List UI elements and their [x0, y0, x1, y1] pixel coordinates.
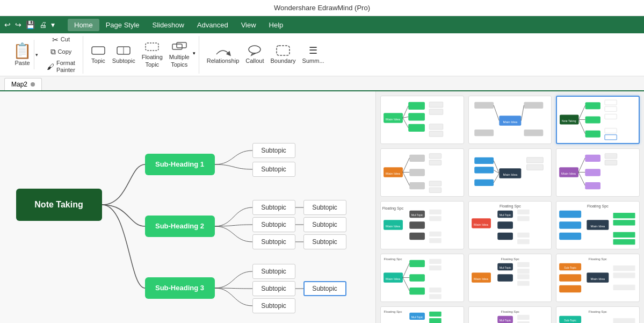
leaf-s3-1[interactable]: Subtopic [252, 264, 295, 279]
map2-tab[interactable]: Map2 [4, 78, 42, 90]
relationship-icon [214, 45, 231, 56]
copy-button[interactable]: ⧉ Copy [45, 46, 77, 58]
svg-rect-92 [517, 210, 530, 214]
menu-advanced[interactable]: Advanced [191, 19, 235, 31]
thumb-11[interactable]: Floating Spc Main Idea Mul-Topic [468, 254, 552, 302]
thumb-12[interactable]: Floating Spc Main Idea Sub-Topic [556, 254, 640, 302]
summary-button[interactable]: ☰ Summ... [299, 42, 328, 67]
thumb-4[interactable]: Main Idea [380, 148, 464, 197]
leaf-s2r-1[interactable]: Subtopic [303, 200, 346, 215]
svg-rect-112 [429, 259, 442, 264]
leaf-s1-2[interactable]: Subtopic [252, 162, 295, 177]
insert-dropdown[interactable]: ▾ [193, 51, 196, 56]
svg-rect-157 [517, 315, 530, 320]
svg-rect-115 [429, 294, 442, 299]
subheading1-node[interactable]: Sub-Heading 1 [145, 154, 215, 175]
qa-save[interactable]: 💾 [24, 19, 37, 30]
paste-button[interactable]: 📋 Paste ▾ [8, 38, 42, 71]
floating-topic-button[interactable]: FloatingTopic [139, 39, 166, 70]
svg-rect-11 [408, 102, 425, 110]
qa-more[interactable]: ▾ [49, 19, 57, 30]
leaf-s2-2[interactable]: Subtopic [252, 217, 295, 232]
svg-rect-128 [517, 281, 530, 286]
svg-rect-104 [613, 232, 635, 238]
svg-rect-100 [559, 221, 581, 228]
thumbnail-panel[interactable]: Main Idea Main Idea [375, 91, 644, 323]
svg-line-39 [579, 105, 585, 119]
svg-rect-19 [429, 124, 443, 130]
thumb-9[interactable]: Floating Spc Main Idea [556, 201, 640, 249]
leaf-s2r-3[interactable]: Subtopic [303, 234, 346, 249]
svg-line-73 [578, 172, 585, 185]
svg-rect-17 [429, 102, 443, 107]
paste-dropdown[interactable]: ▾ [34, 40, 39, 69]
svg-text:Mul-Topic: Mul-Topic [499, 213, 511, 217]
svg-rect-110 [409, 274, 425, 281]
svg-rect-67 [585, 169, 601, 176]
thumb-5[interactable]: Main Idea [468, 148, 552, 197]
svg-text:Main Idea: Main Idea [561, 171, 576, 175]
svg-text:Main Idea: Main Idea [591, 224, 605, 228]
svg-rect-23 [474, 102, 494, 109]
subtopic-label: Subtopic [112, 58, 135, 64]
thumb-15[interactable]: Floating Spc Main Idea Sub-Topic [556, 306, 640, 323]
qa-undo[interactable]: ↩ [2, 19, 13, 30]
leaf-s3-2[interactable]: Subtopic [252, 281, 295, 296]
leaf-s2r-2[interactable]: Subtopic [303, 217, 346, 232]
svg-rect-136 [613, 265, 635, 271]
svg-rect-69 [605, 154, 617, 159]
menu-view[interactable]: View [235, 19, 263, 31]
qa-redo[interactable]: ↪ [13, 19, 24, 30]
svg-line-63 [494, 174, 499, 183]
thumb-14[interactable]: Floating Spc Main Idea Mul-Topic [468, 306, 552, 323]
qa-print[interactable]: 🖨 [37, 19, 49, 30]
svg-rect-68 [585, 182, 601, 189]
thumb-3[interactable]: Note Taking [556, 96, 640, 144]
svg-rect-36 [605, 114, 617, 119]
svg-rect-138 [613, 285, 635, 290]
thumb-7[interactable]: Floating Spc Main Idea Mul-Topic [380, 201, 464, 249]
multiple-topics-button[interactable]: MultipleTopics [166, 39, 193, 70]
relationship-button[interactable]: Relationship [204, 42, 243, 67]
leaf-s3-3[interactable]: Subtopic [252, 298, 295, 313]
svg-rect-146 [429, 312, 442, 317]
svg-text:Note Taking: Note Taking [562, 119, 576, 123]
leaf-s1-1[interactable]: Subtopic [252, 143, 295, 158]
svg-rect-4 [172, 44, 182, 49]
toolbar: 📋 Paste ▾ ✂ Cut ⧉ Copy 🖌 FormatPainter [0, 33, 644, 76]
thumb-2[interactable]: Main Idea [468, 96, 552, 144]
root-node[interactable]: Note Taking [16, 189, 102, 221]
thumb-10[interactable]: Floating Spc Main Idea [380, 254, 464, 302]
svg-rect-57 [474, 167, 494, 173]
callout-button[interactable]: Callout [242, 42, 267, 67]
topic-button[interactable]: Topic [88, 42, 109, 67]
leaf-s2-1[interactable]: Subtopic [252, 200, 295, 215]
cut-button[interactable]: ✂ Cut [45, 34, 77, 45]
thumb-13[interactable]: Floating Spc Main Idea Mul-Topic [380, 306, 464, 323]
summary-label: Summ... [302, 58, 324, 64]
menu-help[interactable]: Help [263, 19, 290, 31]
boundary-label: Boundary [271, 58, 296, 64]
format-painter-button[interactable]: 🖌 FormatPainter [45, 59, 77, 75]
menu-page-style[interactable]: Page Style [99, 19, 146, 31]
floating-topic-icon [144, 41, 160, 53]
subheading2-node[interactable]: Sub-Heading 2 [145, 216, 215, 237]
thumb-8[interactable]: Floating Spc Main Idea Mul-Topic [468, 201, 552, 249]
menu-home[interactable]: Home [68, 19, 99, 31]
subheading3-node[interactable]: Sub-Heading 3 [145, 277, 215, 299]
menu-slideshow[interactable]: Slideshow [146, 19, 191, 31]
thumb-6[interactable]: Main Idea [556, 148, 640, 197]
boundary-button[interactable]: Boundary [267, 42, 299, 67]
leaf-s2-3[interactable]: Subtopic [252, 234, 295, 249]
thumb-1[interactable]: Main Idea [380, 96, 464, 144]
format-painter-label: FormatPainter [56, 60, 75, 74]
subtopic-button[interactable]: Subtopic [109, 42, 139, 67]
topic-label: Topic [91, 58, 105, 64]
svg-text:Floating Spc: Floating Spc [384, 257, 402, 261]
svg-line-14 [403, 106, 408, 118]
svg-rect-31 [585, 102, 600, 109]
leaf-s3r-selected[interactable]: Subtopic [303, 281, 346, 296]
canvas[interactable]: Note Taking Sub-Heading 1 Subtopic Subto… [0, 91, 375, 323]
tab-bar: Map2 [0, 76, 644, 91]
svg-rect-58 [474, 180, 494, 186]
